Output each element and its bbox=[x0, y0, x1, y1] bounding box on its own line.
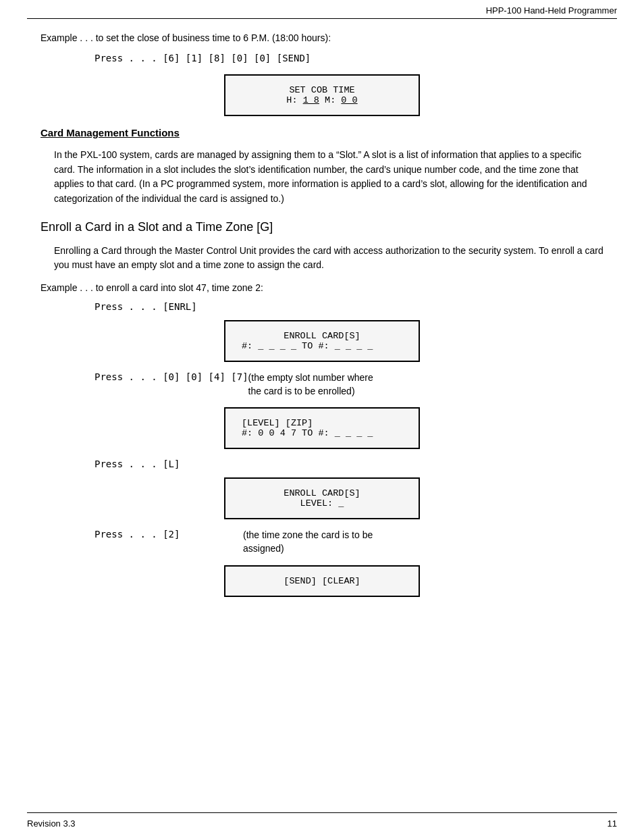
press4-note-line2: assigned) bbox=[243, 542, 373, 556]
footer-page: 11 bbox=[608, 818, 617, 829]
h-value: 1 8 bbox=[303, 95, 319, 105]
press3-text: Press . . . [L] bbox=[95, 459, 180, 469]
press1-text: Press . . . [ENRL] bbox=[95, 301, 197, 312]
cob-time-line1: SET COB TIME bbox=[246, 85, 398, 95]
enroll-box4: [SEND] [CLEAR] bbox=[224, 565, 420, 597]
footer-revision: Revision 3.3 bbox=[27, 818, 76, 829]
press4-wrapper: Press . . . [2] (the time zone the card … bbox=[41, 529, 603, 555]
enroll-box2: [LEVEL] [ZIP] #: 0 0 4 7 TO #: _ _ _ _ bbox=[224, 407, 420, 449]
footer: Revision 3.3 11 bbox=[0, 806, 644, 834]
enroll-box3-line2: LEVEL: _ bbox=[246, 498, 398, 509]
enroll-box2-line1: [LEVEL] [ZIP] bbox=[242, 418, 402, 428]
cob-time-box-wrapper: SET COB TIME H: 1 8 M: 0 0 bbox=[41, 74, 603, 116]
enroll-box2-wrapper: [LEVEL] [ZIP] #: 0 0 4 7 TO #: _ _ _ _ bbox=[41, 407, 603, 449]
enroll-box4-wrapper: [SEND] [CLEAR] bbox=[41, 565, 603, 597]
press2-text: Press . . . [0] [0] [4] [7] bbox=[95, 371, 248, 382]
press2-note-line1: (the empty slot number where bbox=[248, 371, 373, 385]
page-container: HPP-100 Hand-Held Programmer Example . .… bbox=[0, 0, 644, 834]
card-management-heading: Card Management Functions bbox=[41, 127, 603, 138]
enroll-box1: ENROLL CARD[S] #: _ _ _ _ TO #: _ _ _ _ bbox=[224, 320, 420, 362]
enroll-box4-line1: [SEND] [CLEAR] bbox=[246, 576, 398, 586]
press2-wrapper: Press . . . [0] [0] [4] [7] (the empty s… bbox=[41, 371, 603, 398]
press2-note: (the empty slot number where the card is… bbox=[248, 371, 373, 398]
enroll-box3-line1: ENROLL CARD[S] bbox=[246, 488, 398, 498]
press1-line: Press . . . [ENRL] bbox=[95, 301, 603, 312]
content-area: Example . . . to set the close of busine… bbox=[0, 19, 644, 620]
cob-time-line2: H: 1 8 M: 0 0 bbox=[246, 95, 398, 105]
press2-note-line2: the card is to be enrolled) bbox=[248, 385, 373, 398]
enroll-box1-wrapper: ENROLL CARD[S] #: _ _ _ _ TO #: _ _ _ _ bbox=[41, 320, 603, 362]
enroll-box3: ENROLL CARD[S] LEVEL: _ bbox=[224, 477, 420, 519]
m-value: 0 0 bbox=[341, 95, 357, 105]
enroll-box1-line1: ENROLL CARD[S] bbox=[242, 331, 402, 341]
enroll-box2-line2: #: 0 0 4 7 TO #: _ _ _ _ bbox=[242, 428, 402, 438]
press3-line: Press . . . [L] bbox=[95, 459, 603, 469]
top-press-sequence: Press . . . [6] [1] [8] [0] [0] [SEND] bbox=[95, 53, 603, 63]
enroll-body: Enrolling a Card through the Master Cont… bbox=[54, 244, 603, 273]
enroll-heading: Enroll a Card in a Slot and a Time Zone … bbox=[41, 220, 603, 234]
enroll-section: Enroll a Card in a Slot and a Time Zone … bbox=[41, 220, 603, 597]
press4-note-line1: (the time zone the card is to be bbox=[243, 529, 373, 542]
enroll-box3-wrapper: ENROLL CARD[S] LEVEL: _ bbox=[41, 477, 603, 519]
card-management-body: In the PXL-100 system, cards are managed… bbox=[54, 148, 603, 207]
header: HPP-100 Hand-Held Programmer bbox=[0, 0, 644, 18]
footer-content: Revision 3.3 11 bbox=[0, 813, 644, 834]
press4-text: Press . . . [2] bbox=[95, 529, 243, 540]
cob-time-display: SET COB TIME H: 1 8 M: 0 0 bbox=[224, 74, 420, 116]
m-prefix: M: bbox=[319, 95, 341, 105]
enroll-box1-line2: #: _ _ _ _ TO #: _ _ _ _ bbox=[242, 341, 402, 351]
h-prefix: H: bbox=[286, 95, 302, 105]
header-title: HPP-100 Hand-Held Programmer bbox=[486, 5, 617, 16]
enroll-example-intro: Example . . . to enroll a card into slot… bbox=[41, 282, 603, 293]
top-example-intro: Example . . . to set the close of busine… bbox=[41, 32, 603, 43]
press4-note: (the time zone the card is to be assigne… bbox=[243, 529, 373, 555]
